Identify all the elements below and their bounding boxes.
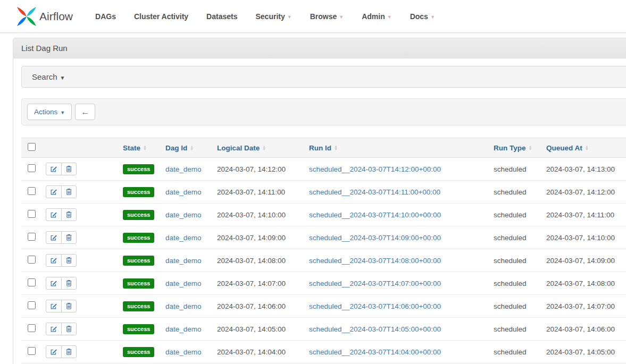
row-checkbox[interactable] — [28, 164, 36, 172]
caret-down-icon: ▼ — [430, 14, 435, 20]
sort-icon[interactable]: ▲▼ — [529, 145, 532, 151]
delete-button[interactable] — [61, 345, 77, 358]
run-id-link[interactable]: scheduled__2024-03-07T14:12:00+00:00 — [309, 165, 441, 173]
edit-button[interactable] — [46, 185, 62, 198]
sort-icon[interactable]: ▲▼ — [190, 145, 194, 151]
edit-icon — [50, 280, 57, 287]
dag-id-link[interactable]: date_demo — [165, 348, 202, 356]
state-cell: success — [120, 295, 162, 318]
sort-icon[interactable]: ▲▼ — [585, 145, 589, 151]
run-id-cell: scheduled__2024-03-07T14:06:00+00:00 — [306, 295, 490, 318]
table-header: State▲▼ Dag Id▲▼ Logical Date▲▼ Run Id▲▼… — [21, 138, 626, 158]
edit-button[interactable] — [46, 231, 62, 244]
run-id-link[interactable]: scheduled__2024-03-07T14:06:00+00:00 — [309, 302, 441, 310]
sort-icon[interactable]: ▲▼ — [262, 145, 266, 151]
status-badge: success — [123, 278, 154, 289]
nav-item-datasets[interactable]: Datasets — [206, 12, 237, 21]
nav-item-docs[interactable]: Docs▼ — [410, 12, 435, 21]
run-id-link[interactable]: scheduled__2024-03-07T14:10:00+00:00 — [309, 211, 441, 219]
table-row: success date_demo 2024-03-07, 14:10:00 s… — [21, 204, 626, 226]
trash-icon — [65, 280, 72, 287]
row-checkbox[interactable] — [28, 347, 36, 355]
search-collapse-toggle[interactable]: Search ▼ — [21, 66, 626, 88]
run-id-link[interactable]: scheduled__2024-03-07T14:07:00+00:00 — [309, 280, 441, 287]
sort-icon[interactable]: ▲▼ — [143, 145, 147, 151]
table-row: success date_demo 2024-03-07, 14:06:00 s… — [21, 295, 626, 318]
dag-id-link[interactable]: date_demo — [165, 165, 202, 173]
trash-icon — [65, 325, 72, 333]
edit-button[interactable] — [46, 300, 62, 312]
dag-run-table-wrap: State▲▼ Dag Id▲▼ Logical Date▲▼ Run Id▲▼… — [21, 138, 626, 364]
run-id-link[interactable]: scheduled__2024-03-07T14:05:00+00:00 — [309, 325, 441, 333]
airflow-brand[interactable]: Airflow — [16, 6, 73, 27]
dag-id-cell: date_demo — [162, 181, 214, 204]
dag-run-table: State▲▼ Dag Id▲▼ Logical Date▲▼ Run Id▲▼… — [21, 138, 626, 364]
logical-date-cell: 2024-03-07, 14:08:00 — [214, 249, 306, 272]
table-row: success date_demo 2024-03-07, 14:05:00 s… — [21, 318, 626, 341]
row-actions-cell — [43, 249, 120, 272]
state-cell: success — [120, 204, 162, 226]
delete-button[interactable] — [61, 254, 77, 267]
edit-icon — [50, 325, 57, 333]
run-id-cell: scheduled__2024-03-07T14:07:00+00:00 — [306, 272, 490, 295]
row-checkbox[interactable] — [28, 278, 36, 286]
dag-id-link[interactable]: date_demo — [165, 234, 202, 242]
delete-button[interactable] — [61, 208, 77, 221]
row-checkbox[interactable] — [28, 256, 36, 264]
nav-item-cluster-activity[interactable]: Cluster Activity — [134, 12, 188, 21]
header-checkbox-cell — [21, 138, 43, 158]
edit-button[interactable] — [46, 163, 62, 175]
run-id-link[interactable]: scheduled__2024-03-07T14:04:00+00:00 — [309, 348, 441, 356]
run-id-link[interactable]: scheduled__2024-03-07T14:11:00+00:00 — [309, 188, 440, 196]
delete-button[interactable] — [61, 163, 77, 175]
delete-button[interactable] — [61, 277, 77, 290]
row-checkbox[interactable] — [28, 324, 36, 332]
run-type-cell: scheduled — [490, 249, 543, 272]
status-badge: success — [123, 347, 154, 357]
nav-item-dags[interactable]: DAGs — [95, 12, 116, 21]
row-checkbox[interactable] — [28, 187, 36, 195]
delete-button[interactable] — [61, 323, 77, 335]
delete-button[interactable] — [61, 300, 77, 312]
dag-id-link[interactable]: date_demo — [165, 188, 202, 196]
header-logical-date: Logical Date▲▼ — [214, 138, 306, 158]
header-state: State▲▼ — [120, 138, 162, 158]
dag-id-link[interactable]: date_demo — [165, 280, 202, 287]
dag-id-link[interactable]: date_demo — [165, 325, 202, 333]
nav-item-admin[interactable]: Admin▼ — [362, 12, 391, 21]
back-button[interactable]: ← — [75, 104, 95, 120]
row-checkbox-cell — [21, 249, 43, 272]
row-actions-cell — [43, 318, 120, 341]
actions-dropdown-button[interactable]: Actions ▼ — [27, 104, 72, 120]
dag-id-link[interactable]: date_demo — [165, 257, 202, 265]
state-cell: success — [120, 318, 162, 341]
row-checkbox[interactable] — [28, 233, 36, 241]
header-dag-id: Dag Id▲▼ — [162, 138, 214, 158]
dag-id-link[interactable]: date_demo — [165, 211, 202, 219]
delete-button[interactable] — [61, 185, 77, 198]
edit-button[interactable] — [46, 254, 62, 267]
nav-item-security[interactable]: Security▼ — [255, 12, 291, 21]
edit-button[interactable] — [46, 277, 62, 290]
edit-button[interactable] — [46, 323, 62, 335]
nav-menu: DAGs Cluster Activity Datasets Security▼… — [95, 12, 435, 21]
row-actions-cell — [43, 158, 120, 181]
run-id-link[interactable]: scheduled__2024-03-07T14:08:00+00:00 — [309, 257, 441, 265]
sort-icon[interactable]: ▲▼ — [334, 145, 338, 151]
logical-date-cell: 2024-03-07, 14:07:00 — [214, 272, 306, 295]
trash-icon — [65, 257, 72, 264]
caret-down-icon: ▼ — [60, 75, 65, 81]
dag-id-link[interactable]: date_demo — [165, 302, 202, 310]
edit-button[interactable] — [46, 345, 62, 358]
row-actions-cell — [43, 226, 120, 249]
select-all-checkbox[interactable] — [28, 143, 36, 151]
queued-at-cell: 2024-03-07, 14:05:00 — [543, 341, 626, 363]
trash-icon — [65, 302, 72, 310]
row-checkbox[interactable] — [28, 210, 36, 218]
delete-button[interactable] — [61, 231, 77, 244]
nav-item-browse[interactable]: Browse▼ — [310, 12, 344, 21]
run-id-link[interactable]: scheduled__2024-03-07T14:09:00+00:00 — [309, 234, 441, 242]
logical-date-cell: 2024-03-07, 14:04:00 — [214, 341, 306, 363]
row-checkbox[interactable] — [28, 301, 36, 309]
edit-button[interactable] — [46, 208, 62, 221]
